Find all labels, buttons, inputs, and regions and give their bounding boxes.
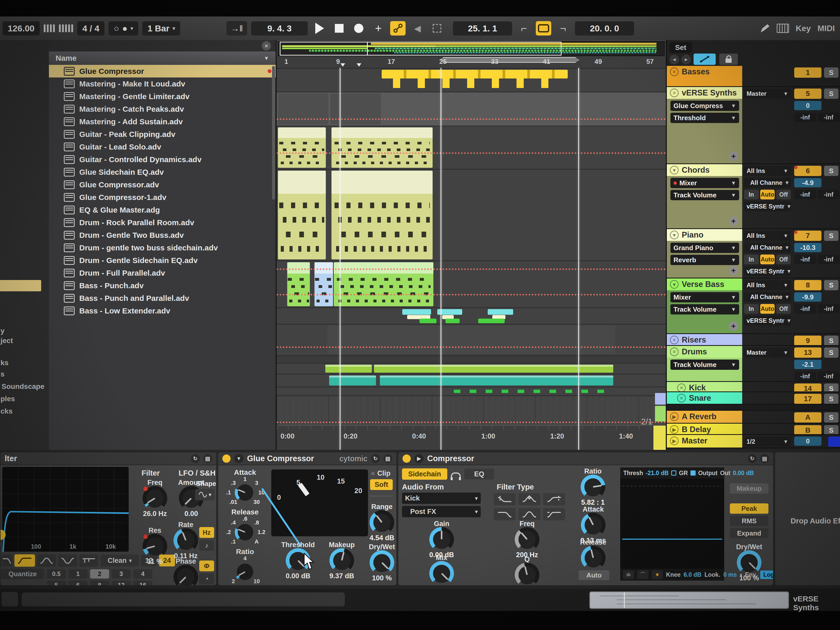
arrangement-clip[interactable] xyxy=(332,127,433,168)
browser-list-item[interactable]: Mastering - Gentle Limiter.adv xyxy=(49,90,276,103)
loop-button[interactable] xyxy=(536,21,551,36)
knob-dial[interactable] xyxy=(176,531,195,550)
device-chooser[interactable]: Threshold▼ xyxy=(670,113,739,123)
arrangement-clip[interactable] xyxy=(442,315,454,319)
filter-lowshelf-icon[interactable] xyxy=(494,493,516,505)
solo-button[interactable]: S xyxy=(824,347,838,358)
stepped-knob[interactable] xyxy=(237,564,253,580)
knob-dial[interactable] xyxy=(145,489,164,508)
activity-view-icon[interactable]: ⁕ xyxy=(652,570,663,579)
browser-list-item[interactable]: Drum - Rock Parallel Room.adv xyxy=(49,216,276,229)
track-number-badge[interactable]: 17 xyxy=(794,394,821,404)
punch-out-button[interactable]: ¬ xyxy=(555,21,571,36)
track-title[interactable]: ▶Master xyxy=(667,435,742,447)
browser-list-item[interactable]: Mastering - Catch Peaks.adv xyxy=(49,103,276,115)
tap-tempo-icon[interactable] xyxy=(44,24,55,32)
device-chooser[interactable]: Glue Compress▼ xyxy=(670,101,739,111)
add-automation-lane-button[interactable]: + xyxy=(729,321,738,331)
clip-overview-strip[interactable] xyxy=(589,591,789,609)
sidebar-selected-item[interactable] xyxy=(0,280,41,291)
loop-length-field[interactable]: 20. 0. 0 xyxy=(575,21,634,36)
arrangement-clip[interactable] xyxy=(402,309,431,315)
track-number-badge[interactable]: 14 xyxy=(794,384,821,392)
sidebar-category-partial[interactable]: Soundscape xyxy=(2,382,44,391)
peak-value[interactable]: -inf xyxy=(818,190,840,199)
knob-dial[interactable] xyxy=(584,515,603,535)
quantize-16[interactable]: 16 xyxy=(133,581,152,586)
browser-list-item[interactable]: EQ & Glue Master.adg xyxy=(49,204,276,216)
browser-list-item[interactable]: Guitar - Peak Clipping.adv xyxy=(49,128,276,141)
close-icon[interactable]: × xyxy=(262,41,271,51)
fold-icon[interactable]: ▾ xyxy=(670,166,679,174)
lfo-sync-button[interactable]: ♪ xyxy=(199,540,214,551)
quantization-menu[interactable]: 1 Bar▾ xyxy=(142,21,180,36)
computer-midi-keyboard-icon[interactable] xyxy=(777,24,789,33)
arrangement-clip[interactable] xyxy=(492,315,505,319)
punch-in-button[interactable]: ⌐ xyxy=(516,21,532,36)
solo-button[interactable]: S xyxy=(824,425,838,435)
filter-type-morph-icon[interactable] xyxy=(79,554,98,567)
arrangement-clip[interactable] xyxy=(325,365,372,373)
auto-release-button[interactable]: Auto xyxy=(578,570,609,580)
track-number-badge[interactable]: 9 xyxy=(794,336,821,346)
track-title[interactable]: ≡Basses xyxy=(667,66,742,78)
track-header[interactable]: ≡vERSE SynthsGlue Compress▼Threshold▼+ xyxy=(667,87,742,163)
filter-type-bandpass-icon[interactable] xyxy=(37,554,56,567)
play-icon[interactable]: ▶ xyxy=(670,436,679,445)
track-header[interactable]: ≡Basses xyxy=(667,66,742,86)
track-number-badge[interactable]: 13 xyxy=(794,347,821,358)
browser-list-item[interactable]: Glue Compressor-1.adv xyxy=(49,191,276,204)
drop-audio-effects-zone[interactable]: Drop Audio Effe xyxy=(775,452,840,586)
beat-time-ruler[interactable]: 19172533414957 xyxy=(277,56,666,69)
output-selector[interactable]: vERSE Syntr▼ xyxy=(744,266,791,276)
arrangement-clip[interactable] xyxy=(382,70,568,91)
browser-list-item[interactable]: Drum - Full Parallel.adv xyxy=(49,267,276,279)
device-on-led[interactable] xyxy=(403,455,411,463)
sidechain-listen-icon[interactable] xyxy=(451,472,461,478)
peak-value[interactable]: -inf xyxy=(794,255,816,264)
stepped-knob[interactable] xyxy=(237,484,253,501)
hot-swap-icon[interactable]: ↻ xyxy=(191,454,200,463)
monitor-auto-button[interactable]: Auto xyxy=(760,189,775,199)
quantize-0.5[interactable]: 0.5 xyxy=(47,569,66,578)
filter-bell-icon[interactable] xyxy=(518,493,540,505)
arrangement-clip[interactable] xyxy=(478,319,505,323)
histogram-view-icon[interactable]: ılı xyxy=(623,570,634,579)
browser-list-item[interactable]: Guitar - Controlled Dynamics.adv xyxy=(49,153,276,166)
loop-brace[interactable] xyxy=(439,57,579,63)
browser-list-item[interactable]: Guitar - Lead Solo.adv xyxy=(49,141,276,153)
filter-freq-knob[interactable]: Freq26.0 Hz xyxy=(134,479,175,518)
device-chooser[interactable]: Track Volume▼ xyxy=(670,304,739,314)
lfo-phase-mode-button[interactable]: Φ xyxy=(199,561,214,571)
track-title[interactable]: ≡Drums xyxy=(667,346,742,358)
lfo-hz-button[interactable]: Hz xyxy=(199,527,214,538)
play-button[interactable] xyxy=(312,21,327,36)
arrangement-clip[interactable] xyxy=(278,127,326,168)
curve-view-icon[interactable]: ⌒ xyxy=(637,570,649,579)
track-title[interactable]: ▶A Reverb xyxy=(667,411,742,423)
io-selector[interactable]: All Ins▼ xyxy=(744,166,791,176)
loop-start-field[interactable]: 25. 1. 1 xyxy=(453,21,512,36)
sidechain-freq-knob[interactable]: Freq200 Hz xyxy=(507,520,548,559)
glue-makeup-knob[interactable]: Makeup9.37 dB xyxy=(321,541,362,580)
io-selector[interactable]: All Channe▼ xyxy=(744,243,791,253)
set-button[interactable]: Set xyxy=(669,42,692,53)
browser-scrollbar[interactable] xyxy=(272,66,275,200)
filter-type-lowpass-icon[interactable] xyxy=(1,554,13,567)
peak-value[interactable]: -inf xyxy=(818,372,840,381)
solo-button[interactable]: S xyxy=(824,88,838,99)
stepped-knob[interactable] xyxy=(237,524,253,540)
record-button[interactable] xyxy=(351,21,366,36)
sidechain-toggle[interactable]: Sidechain xyxy=(402,468,447,480)
gr-checkbox[interactable] xyxy=(671,471,676,475)
midi-map-button[interactable]: MIDI xyxy=(817,24,835,33)
browser-list-item[interactable]: Glue Sidechain EQ.adv xyxy=(49,166,276,178)
solo-button[interactable]: S xyxy=(824,68,838,78)
arrangement-position-field[interactable]: 9. 4. 3 xyxy=(251,21,308,36)
device-chooser[interactable]: Mixer▼ xyxy=(670,178,739,188)
knob-dial[interactable] xyxy=(332,551,351,570)
io-selector[interactable]: Master▼ xyxy=(744,348,791,357)
volume-value[interactable]: -9.9 xyxy=(794,292,821,302)
fold-device-icon[interactable]: ▼ xyxy=(234,454,243,463)
solo-button[interactable]: S xyxy=(824,384,838,392)
